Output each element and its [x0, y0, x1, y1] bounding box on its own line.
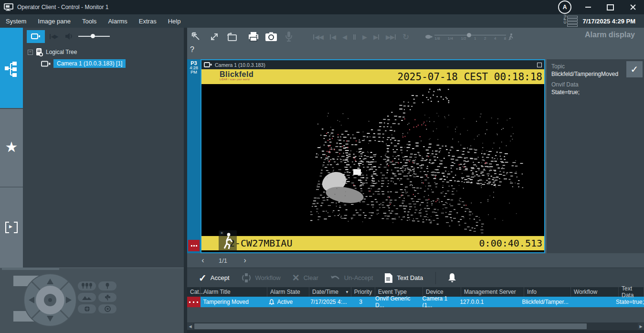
play-reverse-button[interactable]: ◀ [342, 33, 347, 41]
arrange-panes-icon [191, 32, 202, 42]
maximize-button[interactable] [602, 1, 618, 13]
unaccept-button[interactable]: Un-Accept [330, 274, 373, 282]
alarm-info-panel: ✓ Topic Blickfeld/TamperingMoved Onvif D… [547, 59, 644, 253]
col-management-server[interactable]: Management Server [461, 287, 524, 297]
menu-tools[interactable]: Tools [76, 18, 102, 25]
check-icon: ✓ [631, 64, 639, 75]
pane-priority-strip: P3 4:28 PM [187, 59, 201, 253]
ptz-joystick[interactable] [22, 272, 78, 328]
row-server: 127.0.0.1 [457, 297, 519, 307]
text-data-button[interactable]: Text Data [384, 273, 423, 283]
col-priority[interactable]: Priority [351, 287, 375, 297]
focus-mountain-button[interactable] [78, 293, 96, 302]
col-datetime[interactable]: Date/Time▼ [309, 287, 351, 297]
close-icon [630, 4, 636, 11]
row-priority: 3 [349, 297, 372, 307]
onvif-data-value: State=true; [551, 89, 644, 96]
audio-button[interactable] [282, 31, 296, 43]
play-button[interactable]: ▶ [362, 33, 367, 41]
live-mode-button[interactable] [27, 30, 45, 43]
menu-alarms[interactable]: Alarms [102, 18, 133, 25]
pane-maximize-icon[interactable] [537, 63, 542, 67]
sidebar-tab-image-panes[interactable]: ▶ [0, 187, 23, 268]
accept-button[interactable]: ✓ Accept [199, 272, 230, 284]
help-button[interactable]: ? [190, 45, 194, 54]
snapshot-button[interactable] [264, 31, 278, 43]
next-page-button[interactable]: › [238, 256, 252, 265]
instant-playback-button[interactable]: ◀▶ [50, 33, 57, 40]
accept-alarm-button[interactable]: ✓ [626, 61, 643, 77]
col-category[interactable]: Cat... [187, 287, 201, 297]
minimize-icon [585, 7, 591, 8]
iris-close-button[interactable] [78, 304, 96, 313]
tree-camera-row[interactable]: Camera 1 (10.0.3.183) [1] [41, 59, 184, 68]
scroll-right-button[interactable]: ▶ [638, 323, 644, 330]
alarm-row[interactable]: Tampering Moved Active 7/17/2025 4:... 3… [187, 297, 644, 307]
jump-start-button[interactable]: ◀◀ [313, 33, 323, 41]
iris-open-button[interactable] [98, 304, 116, 313]
row-category-cell[interactable] [187, 297, 201, 307]
osd-device-id: 2-CW27MBIAU [229, 237, 292, 249]
print-button[interactable] [247, 31, 260, 43]
osd-timestamp: 2025-07-18 CEST 00:18:18 [398, 71, 542, 83]
collapse-icon[interactable]: − [28, 50, 33, 55]
user-badge[interactable]: A [558, 0, 571, 14]
pause-button[interactable] [353, 34, 356, 40]
horizontal-scrollbar[interactable]: ◀ ▶ [187, 322, 644, 330]
focus-macro-button[interactable] [98, 293, 116, 302]
col-alarm-state[interactable]: Alarm State [267, 287, 309, 297]
menu-system[interactable]: System [0, 18, 32, 25]
alarm-toolbar: ✓ Accept Workflow ✕ Clear Un-Accept Text… [187, 268, 644, 288]
accept-check-icon: ✓ [199, 272, 207, 284]
col-alarm-title[interactable]: Alarm Title [201, 287, 267, 297]
row-text-data: State=true; [613, 297, 644, 307]
camera-image-pane[interactable]: Camera 1 (10.0.3.183) Blickfeld LiDAR / … [201, 59, 545, 253]
menu-image-pane[interactable]: Image pane [32, 18, 76, 25]
speaker-icon[interactable] [65, 32, 74, 40]
sidebar-tab-favorites[interactable]: ★ [0, 108, 23, 187]
alarm-bell-button[interactable] [447, 273, 457, 283]
image-pane-icon: ▶ [5, 222, 18, 231]
volume-slider-thumb[interactable] [91, 34, 95, 38]
ptz-panel-handle[interactable] [2, 268, 59, 270]
bell-icon [447, 273, 457, 283]
panel-splitter[interactable] [184, 28, 187, 333]
loop-button[interactable]: ↻ [402, 32, 409, 42]
clock: 7/17/2025 4:29 PM [582, 18, 635, 25]
alarm-list-empty-area [187, 307, 644, 322]
tree-root-label: Logical Tree [46, 49, 77, 55]
row-workflow [566, 297, 613, 307]
minimize-button[interactable] [580, 1, 596, 13]
prev-page-button[interactable]: ‹ [196, 256, 210, 265]
clear-button[interactable]: ✕ Clear [292, 272, 318, 283]
maximize-pane-button[interactable] [208, 31, 221, 43]
prev-frame-button[interactable]: ◀ [330, 33, 336, 41]
alarm-category-button[interactable] [188, 240, 200, 251]
sidebar-tab-logical-tree[interactable] [0, 28, 23, 108]
change-layout-button[interactable] [225, 31, 239, 43]
lidar-point-cloud-video [201, 84, 544, 236]
col-workflow[interactable]: Workflow [571, 287, 619, 297]
bottom-edge [187, 330, 644, 333]
mountains-icon [82, 295, 92, 301]
camera-live-icon [31, 33, 41, 40]
expand-icon [210, 32, 219, 42]
workflow-button[interactable]: Workflow [241, 273, 281, 283]
col-text-data[interactable]: Text Data [619, 287, 644, 297]
close-button[interactable] [625, 1, 641, 13]
scrollbar-thumb[interactable] [194, 323, 587, 329]
close-all-panes-button[interactable] [190, 31, 203, 43]
menu-extras[interactable]: Extras [133, 18, 162, 25]
scroll-left-button[interactable]: ◀ [187, 323, 193, 330]
next-frame-button[interactable]: ▶ [373, 33, 379, 41]
walking-person-icon [222, 233, 233, 250]
tree-root-row[interactable]: − Logical Tree [23, 48, 184, 56]
focus-far-button[interactable] [78, 281, 96, 290]
col-info[interactable]: Info [524, 287, 571, 297]
jump-end-button[interactable]: ▶▶ [386, 33, 396, 41]
star-icon: ★ [5, 139, 18, 155]
focus-near-button[interactable] [98, 281, 116, 290]
volume-slider[interactable] [78, 36, 110, 37]
menu-help[interactable]: Help [162, 18, 187, 25]
row-datetime: 7/17/2025 4:... [307, 297, 349, 307]
